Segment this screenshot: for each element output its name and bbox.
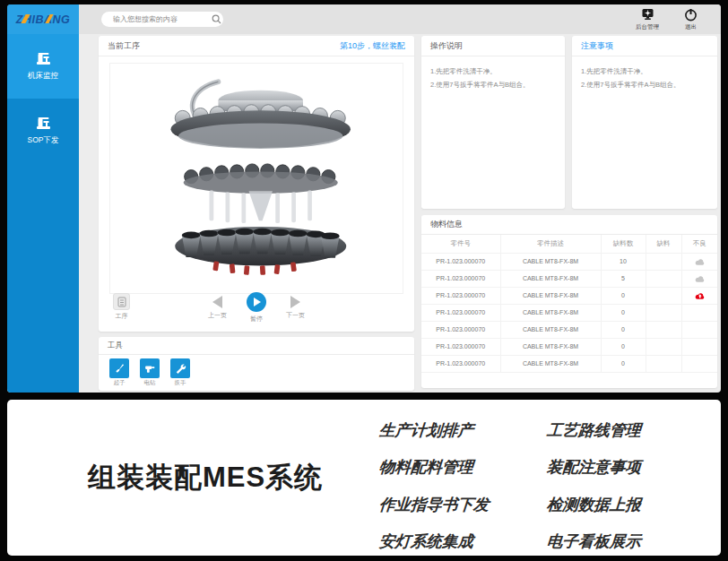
materials-table: 零件号 零件描述 缺料数 缺料 不良 PR-1.023.000070 CABLE…: [421, 235, 717, 373]
cell-part-desc: CABLE MT8-FX-8M: [500, 287, 601, 304]
tool-screwdriver[interactable]: 起子: [109, 358, 129, 387]
materials-panel-header: 物料信息: [421, 215, 717, 235]
cell-part-no: PR-1.023.000070: [421, 355, 500, 372]
wrench-icon: [170, 358, 190, 378]
feature-lists: 生产计划排产物料配料管理作业指导书下发安灯系统集成 工艺路线管理装配注意事项检测…: [379, 419, 641, 552]
pause-play-button[interactable]: 暂停: [247, 292, 266, 324]
search-input[interactable]: [113, 15, 212, 23]
tool-label: 扳手: [175, 379, 186, 387]
step-info: 第10步，螺丝装配: [340, 40, 405, 52]
feature-item: 工艺路线管理: [546, 419, 642, 441]
pause-label: 暂停: [250, 315, 263, 324]
prev-icon: [212, 296, 222, 308]
table-row: PR-1.023.000070 CABLE MT8-FX-8M 0: [421, 338, 717, 355]
process-controls: 工序 上一页 暂停 下一页: [109, 292, 403, 328]
tools-panel-header: 工具: [99, 337, 414, 355]
feature-item: 电子看板展示: [546, 531, 642, 552]
sidebar: ZHIBANG 机床监控: [7, 4, 79, 393]
cell-part-desc: CABLE MT8-FX-8M: [500, 253, 601, 270]
table-row: PR-1.023.000070 CABLE MT8-FX-8M 0: [421, 321, 717, 338]
sidebar-item-sop-dispatch[interactable]: SOP下发: [7, 99, 79, 163]
monitor-gear-icon: [641, 8, 654, 22]
defect-upload-icon[interactable]: [693, 290, 706, 300]
feature-list-left: 生产计划排产物料配料管理作业指导书下发安灯系统集成: [379, 419, 490, 552]
cell-shortage-count: 0: [601, 355, 646, 372]
materials-panel-title: 物料信息: [430, 219, 463, 230]
topbar-actions: 后台管理 退出: [636, 8, 698, 31]
sidebar-item-label: 机床监控: [28, 71, 58, 82]
feature-item: 生产计划排产: [378, 419, 490, 441]
materials-header-row: 零件号 零件描述 缺料数 缺料 不良: [421, 235, 717, 253]
cell-part-no: PR-1.023.000070: [421, 287, 500, 304]
col-part-desc: 零件描述: [500, 235, 601, 253]
tool-wrench[interactable]: 扳手: [170, 358, 190, 387]
drill-icon: [140, 358, 160, 378]
process-list-button[interactable]: [113, 293, 130, 310]
search-icon[interactable]: [212, 14, 221, 24]
table-row: PR-1.023.000070 CABLE MT8-FX-8M 0: [421, 304, 717, 321]
cell-part-desc: CABLE MT8-FX-8M: [500, 321, 601, 338]
prev-page-button[interactable]: 上一页: [208, 292, 227, 320]
sidebar-item-machine-monitor[interactable]: 机床监控: [7, 34, 79, 99]
machine-icon: [36, 117, 51, 130]
col-shortage-count: 缺料数: [601, 235, 646, 253]
next-page-button[interactable]: 下一页: [286, 292, 305, 320]
next-icon: [290, 296, 300, 308]
instructions-panel: 操作说明 1.先把零件洗清干净。 2.使用7号扳手将零件A与B组合。: [421, 36, 565, 209]
cell-shortage-count: 0: [601, 287, 646, 304]
tools-panel: 工具 起子 电钻: [99, 337, 414, 391]
instructions-panel-title: 操作说明: [430, 40, 463, 52]
feature-list-right: 工艺路线管理装配注意事项检测数据上报电子看板展示: [547, 419, 641, 552]
instruction-line: 2.使用7号扳手将零件A与B组合。: [430, 78, 556, 91]
admin-button[interactable]: 后台管理: [636, 8, 659, 31]
feature-item: 作业指导书下发: [378, 494, 490, 515]
instructions-panel-header: 操作说明: [421, 36, 565, 56]
feature-item: 装配注意事项: [546, 456, 642, 478]
col-defect: 不良: [681, 235, 717, 253]
cell-part-desc: CABLE MT8-FX-8M: [500, 355, 601, 372]
current-process-panel: 当前工序 第10步，螺丝装配: [99, 36, 414, 332]
footer-title: 组装装配MES系统: [39, 400, 371, 556]
notes-panel: 注意事项 1.先把零件洗清干净。 2.使用7号扳手将零件A与B组合。: [572, 36, 717, 209]
materials-panel: 物料信息 零件号 零件描述 缺料数 缺料 不良 PR-1.023.000070 …: [421, 215, 717, 388]
cell-shortage-count: 0: [601, 338, 646, 355]
cell-part-no: PR-1.023.000070: [421, 321, 500, 338]
cell-part-no: PR-1.023.000070: [421, 338, 500, 355]
col-part-no: 零件号: [421, 235, 500, 253]
cell-shortage-count: 0: [601, 321, 646, 338]
topbar: 后台管理 退出: [79, 4, 721, 34]
table-row: PR-1.023.000070 CABLE MT8-FX-8M 0: [421, 355, 717, 372]
tool-drill[interactable]: 电钻: [140, 358, 160, 387]
defect-upload-icon[interactable]: [693, 256, 706, 266]
process-list-label: 工序: [116, 312, 128, 321]
cell-shortage-count: 0: [601, 304, 646, 321]
col-shortage: 缺料: [646, 235, 681, 253]
screen-frame: ZHIBANG 机床监控: [0, 0, 728, 561]
tools-row: 起子 电钻 扳手: [99, 355, 414, 391]
power-icon: [684, 8, 698, 22]
app-window: ZHIBANG 机床监控: [7, 4, 721, 393]
search-bar[interactable]: [101, 12, 223, 27]
cell-part-desc: CABLE MT8-FX-8M: [500, 270, 601, 287]
table-row: PR-1.023.000070 CABLE MT8-FX-8M 0: [421, 287, 717, 304]
note-line: 2.使用7号扳手将零件A与B组合。: [581, 78, 708, 91]
notes-panel-header: 注意事项: [572, 36, 717, 56]
process-image: [109, 63, 403, 294]
screwdriver-icon: [109, 358, 129, 378]
exit-button[interactable]: 退出: [684, 8, 698, 31]
process-panel-header: 当前工序 第10步，螺丝装配: [99, 36, 414, 56]
next-page-label: 下一页: [286, 311, 305, 320]
sidebar-item-label: SOP下发: [28, 135, 59, 146]
cell-part-desc: CABLE MT8-FX-8M: [500, 304, 601, 321]
table-row: PR-1.023.000070 CABLE MT8-FX-8M 10: [421, 253, 717, 270]
cell-shortage-count: 10: [601, 253, 646, 270]
cell-part-desc: CABLE MT8-FX-8M: [500, 338, 601, 355]
cell-part-no: PR-1.023.000070: [421, 270, 500, 287]
process-panel-title: 当前工序: [108, 40, 140, 52]
notes-panel-title: 注意事项: [581, 40, 613, 52]
feature-item: 物料配料管理: [378, 456, 490, 478]
defect-upload-icon[interactable]: [693, 273, 706, 283]
note-line: 1.先把零件洗清干净。: [581, 65, 708, 78]
cell-shortage-count: 5: [601, 270, 646, 287]
feature-item: 检测数据上报: [546, 494, 642, 515]
